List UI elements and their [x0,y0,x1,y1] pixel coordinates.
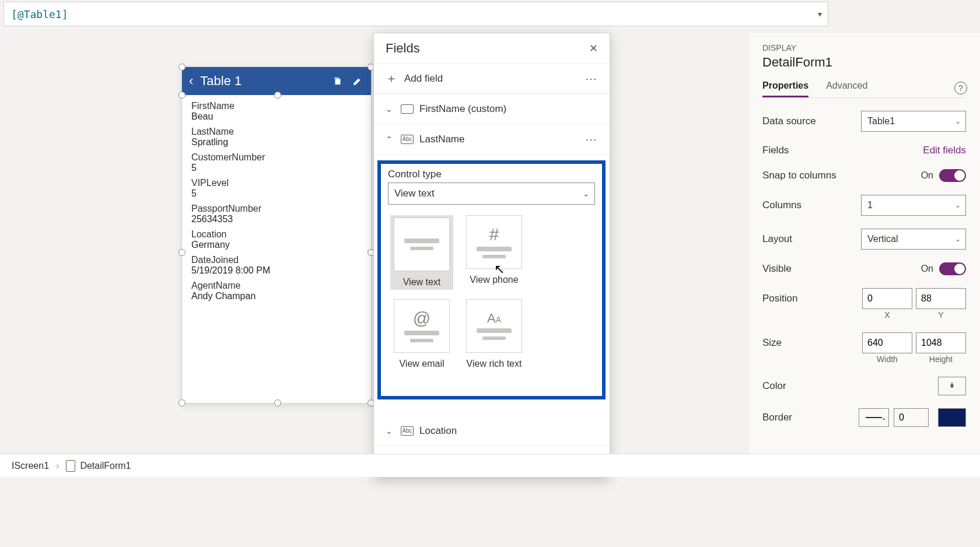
position-y-input[interactable]: 88 [916,288,966,309]
size-width-input[interactable]: 640 [862,332,912,353]
control-type-option-viewemail[interactable]: @ View email [390,299,453,369]
border-color-swatch[interactable] [938,408,966,427]
selection-handle[interactable] [178,249,186,256]
tab-properties[interactable]: Properties [762,80,808,97]
chevron-down-icon: ⌄ [955,201,961,209]
view-text-thumb [394,218,450,271]
width-label: Width [862,355,912,364]
select-value: 1 [867,200,873,211]
selection-handle[interactable] [274,92,281,99]
prop-label: Fields [762,145,923,156]
selection-handle[interactable] [178,399,186,406]
preview-field: LastNameSpratling [182,124,371,150]
preview-field: PassportNumber25634353 [182,201,371,227]
view-phone-thumb: # [466,215,522,269]
toggle-label: On [921,170,933,181]
control-type-select[interactable]: View text ⌄ [388,183,595,205]
prop-label: Border [762,412,854,423]
select-value: Table1 [867,116,895,127]
preview-field: CustomerNumber5 [182,150,371,176]
add-field-button[interactable]: ＋ Add field ⋯ [374,64,610,94]
field-item-location[interactable]: ⌄ Abc Location [374,416,610,446]
field-item-lastname[interactable]: ⌃ Abc LastName ⋯ [374,124,610,155]
breadcrumb-screen[interactable]: IScreen1 [5,461,56,471]
selection-handle[interactable] [178,64,186,71]
chevron-down-icon: ⌄ [955,235,961,243]
control-type-dropdown: Control type View text ⌄ View text # Vie… [377,160,606,399]
tab-advanced[interactable]: Advanced [826,80,867,97]
preview-field: FirstNameBeau [182,99,371,124]
more-icon[interactable]: ⋯ [585,72,598,86]
prop-label: Color [762,380,938,392]
layout-select[interactable]: Vertical ⌄ [861,229,966,250]
data-source-select[interactable]: Table1 ⌄ [861,111,966,132]
prop-data-source: Data source Table1 ⌄ [762,111,966,132]
prop-position: Position 0 88 [762,288,966,309]
size-height-input[interactable]: 1048 [916,332,966,353]
prop-columns: Columns 1 ⌄ [762,195,966,216]
prop-layout: Layout Vertical ⌄ [762,229,966,250]
chevron-down-icon: ⌄ [955,117,961,125]
rect-icon [401,104,414,114]
more-icon[interactable]: ⋯ [585,132,598,146]
control-type-option-viewphone[interactable]: # View phone [463,215,526,290]
prop-snap: Snap to columns On [762,169,966,182]
border-width-input[interactable]: 0 [894,408,929,427]
form-name: DetailForm1 [762,55,966,70]
view-email-thumb: @ [394,299,450,353]
edit-fields-link[interactable]: Edit fields [923,145,966,156]
chevron-up-icon: ⌃ [386,135,395,144]
breadcrumb-label: IScreen1 [12,461,49,471]
selection-handle[interactable] [178,92,186,99]
abc-icon: Abc [401,426,414,436]
border-style-select[interactable]: ⌄ [859,408,889,427]
formula-text: [@Table1] [11,8,68,20]
properties-panel: DISPLAY DetailForm1 ? Properties Advance… [748,33,980,477]
help-icon[interactable]: ? [954,82,967,94]
selection-handle[interactable] [274,399,281,406]
snap-toggle[interactable] [939,169,966,182]
chevron-down-icon[interactable]: ▾ [818,9,822,19]
edit-icon[interactable] [351,75,364,87]
control-type-option-viewrichtext[interactable]: AA View rich text [463,299,526,369]
preview-body: FirstNameBeau LastNameSpratling Customer… [182,95,371,307]
field-item-label: LastName [419,134,464,145]
control-type-label: Control type [388,169,595,180]
prop-visible: Visible On [762,262,966,275]
position-x-input[interactable]: 0 [862,288,912,309]
control-type-value: View text [394,188,435,199]
add-field-label: Add field [404,73,443,85]
preview-field: DateJoined5/19/2019 8:00 PM [182,253,371,278]
prop-size: Size 640 1048 [762,332,966,353]
fields-panel-header: Fields ✕ [374,33,610,64]
preview-title: Table 1 [200,73,324,89]
prop-label: Position [762,293,862,304]
chevron-down-icon: ⌄ [386,426,395,436]
delete-icon[interactable] [331,75,344,87]
option-label: View text [403,277,441,287]
chevron-down-icon: ⌄ [583,189,590,198]
field-item-firstname[interactable]: ⌄ FirstName (custom) [374,94,610,124]
field-item-label: Location [419,425,457,437]
prop-label: Visible [762,263,921,275]
x-label: X [862,310,912,320]
size-sublabels: Width Height [762,355,966,364]
breadcrumb-form[interactable]: DetailForm1 [59,460,138,472]
close-icon[interactable]: ✕ [589,42,598,55]
fields-panel-title: Fields [386,41,589,56]
option-label: View rich text [467,359,522,369]
control-type-option-viewtext[interactable]: View text [390,215,453,290]
color-swatch[interactable] [938,377,966,395]
breadcrumb-label: DetailForm1 [80,461,131,471]
field-item-label: FirstName (custom) [419,103,506,115]
preview-field: LocationGermany [182,227,371,253]
visible-toggle[interactable] [939,262,966,275]
prop-label: Size [762,337,862,349]
back-arrow-icon[interactable]: ‹ [189,73,193,89]
columns-select[interactable]: 1 ⌄ [861,195,966,216]
preview-field: AgentNameAndy Champan [182,278,371,304]
formula-bar[interactable]: [@Table1] ▾ [4,2,828,26]
plus-icon: ＋ [386,71,397,86]
chevron-down-icon: ⌄ [386,104,395,114]
detail-form-preview[interactable]: ‹ Table 1 FirstNameBeau LastNameSpratlin… [181,66,372,404]
